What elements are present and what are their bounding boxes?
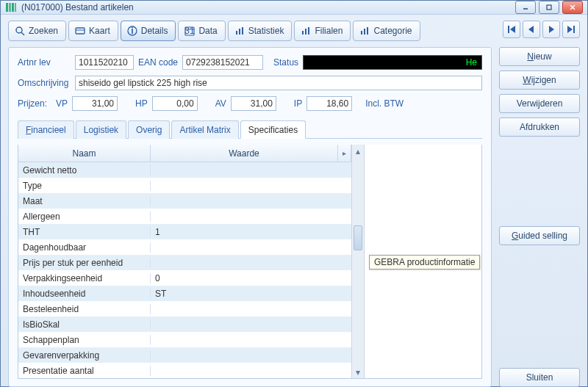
cell-name: Presentatie aantal — [18, 366, 151, 376]
table-row[interactable]: InhoudseenheidST — [18, 286, 351, 301]
table-row[interactable]: IsBioSkal — [18, 317, 351, 332]
cell-value: 1 — [151, 227, 351, 237]
close-button[interactable] — [562, 1, 583, 14]
status-value: He — [466, 57, 477, 68]
tab-statistiek[interactable]: Statistiek — [228, 21, 293, 41]
omschrijving-input[interactable] — [75, 76, 482, 90]
grid-scrollbar[interactable]: ▴ ▾ — [351, 145, 364, 378]
table-row[interactable]: Prijs per stuk per eenheid — [18, 255, 351, 270]
subtab-artikelmatrix-label: Artikel Matrix — [179, 125, 230, 135]
cell-name: Schappenplan — [18, 335, 151, 345]
table-row[interactable]: Gewicht netto — [18, 162, 351, 178]
table-row[interactable]: Dagenhoudbaar — [18, 239, 351, 255]
svg-text:i: i — [131, 26, 133, 36]
svg-rect-18 — [239, 29, 240, 35]
app-icon — [5, 1, 17, 13]
tab-categorie[interactable]: Categorie — [353, 21, 420, 41]
cell-name: Maat — [18, 196, 151, 206]
nav-prev-button[interactable] — [523, 21, 540, 38]
subtab-artikelmatrix[interactable]: Artikel Matrix — [171, 120, 238, 139]
nav-first-button[interactable] — [503, 21, 520, 38]
table-row[interactable]: Verpakkingseenheid0 — [18, 270, 351, 286]
cell-name: Besteleenheid — [18, 304, 151, 314]
main-toolbar: Zoeken Kaart iDetails 31Data Statistiek … — [8, 21, 492, 41]
cell-name: THT — [18, 227, 151, 237]
info-icon: i — [127, 26, 137, 36]
tab-kaart[interactable]: Kaart — [68, 21, 118, 41]
product-info-pane: GEBRA productinformatie — [364, 145, 481, 378]
ip-label: IP — [294, 98, 302, 109]
svg-marker-30 — [567, 26, 573, 33]
subtab-logistiek[interactable]: Logistiek — [76, 120, 126, 139]
col-header-name[interactable]: Naam — [18, 145, 151, 162]
subtab-overig[interactable]: Overig — [128, 120, 170, 139]
app-window: (N017000) Bestand artikelen Zoeken Kaart… — [0, 0, 588, 387]
wijzigen-button[interactable]: Wijzigen — [499, 70, 580, 90]
table-row[interactable]: Presentatie aantal — [18, 363, 351, 378]
table-row[interactable]: Schappenplan — [18, 332, 351, 347]
svg-rect-2 — [12, 3, 14, 12]
sluiten-label: Sluiten — [526, 372, 553, 383]
subtab-specificaties[interactable]: Specificaties — [240, 120, 306, 139]
chart-icon — [359, 26, 370, 36]
status-label: Status — [273, 57, 298, 68]
cell-name: Gewicht netto — [18, 165, 151, 176]
tab-categorie-label: Categorie — [373, 26, 412, 36]
article-panel: Artnr lev EAN code Status He Omschrijvin… — [8, 47, 492, 387]
maximize-button[interactable] — [539, 1, 559, 14]
cell-name: Verpakkingseenheid — [18, 273, 151, 283]
guided-selling-button[interactable]: Guided selling — [499, 226, 580, 245]
hp-input[interactable] — [152, 96, 198, 111]
nieuw-label-rest: ieuw — [534, 51, 552, 62]
table-row[interactable]: THT1 — [18, 224, 351, 239]
scroll-up-icon[interactable]: ▴ — [352, 145, 364, 157]
afdrukken-button[interactable]: Afdrukken — [499, 117, 580, 137]
svg-rect-23 — [361, 31, 362, 35]
table-row[interactable]: Type — [18, 178, 351, 193]
svg-rect-10 — [76, 28, 85, 34]
tab-filialen[interactable]: Filialen — [294, 21, 351, 41]
svg-rect-25 — [367, 27, 368, 35]
scroll-down-icon[interactable]: ▾ — [352, 366, 364, 378]
verwijderen-button[interactable]: Verwijderen — [499, 94, 580, 113]
table-row[interactable]: Maat — [18, 193, 351, 209]
table-row[interactable]: Allergeen — [18, 209, 351, 224]
svg-marker-28 — [528, 26, 534, 33]
table-row[interactable]: Besteleenheid — [18, 301, 351, 317]
omschrijving-label: Omschrijving — [18, 78, 71, 88]
subtab-financieel[interactable]: Financieel — [18, 120, 74, 139]
artnr-input[interactable] — [75, 55, 134, 70]
col-header-value[interactable]: Waarde — [151, 145, 338, 162]
col-header-corner[interactable]: ▸ — [338, 145, 351, 162]
nav-last-button[interactable] — [562, 21, 580, 38]
tab-zoeken[interactable]: Zoeken — [8, 21, 66, 41]
svg-rect-5 — [547, 5, 551, 10]
scroll-thumb[interactable] — [354, 225, 362, 250]
hp-label: HP — [135, 98, 148, 109]
subtab-overig-label: Overig — [136, 125, 162, 135]
prijzen-label: Prijzen: — [18, 98, 51, 109]
chart-icon — [301, 26, 311, 36]
table-row[interactable]: Gevarenverpakking — [18, 347, 351, 363]
subtab-specificaties-label: Specificaties — [248, 125, 298, 135]
cell-name: Dagenhoudbaar — [18, 242, 151, 253]
sluiten-button[interactable]: Sluiten — [499, 368, 580, 387]
svg-rect-1 — [9, 3, 11, 12]
nieuw-button[interactable]: Nieuw — [499, 47, 580, 66]
verwijderen-label: Verwijderen — [517, 98, 563, 109]
tooltip-productinfo: GEBRA productinformatie — [369, 255, 480, 270]
av-input[interactable] — [231, 96, 276, 111]
tab-details[interactable]: iDetails — [121, 21, 176, 41]
minimize-button[interactable] — [515, 1, 536, 14]
nav-next-button[interactable] — [542, 21, 560, 38]
tab-data[interactable]: 31Data — [178, 21, 225, 41]
svg-text:31: 31 — [185, 26, 196, 36]
ip-input[interactable] — [306, 96, 352, 111]
btw-label: Incl. BTW — [365, 98, 404, 109]
ean-input[interactable] — [182, 55, 263, 70]
tab-zoeken-label: Zoeken — [29, 26, 58, 36]
guided-label-rest: uided selling — [518, 231, 567, 241]
card-icon — [75, 26, 85, 36]
subtab-logistiek-label: Logistiek — [84, 125, 118, 135]
vp-input[interactable] — [72, 96, 118, 111]
